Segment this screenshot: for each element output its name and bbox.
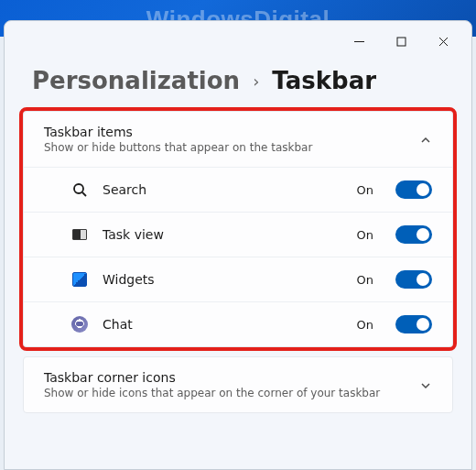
- svg-rect-1: [397, 38, 406, 46]
- task-view-icon: [71, 226, 88, 243]
- row-widgets: Widgets On: [24, 257, 452, 301]
- section-title: Taskbar items: [44, 125, 419, 139]
- row-search: Search On: [24, 167, 452, 212]
- svg-point-4: [74, 184, 83, 193]
- chat-toggle[interactable]: [395, 315, 432, 333]
- chat-icon: [71, 316, 88, 333]
- taskbar-corner-icons-section: Taskbar corner icons Show or hide icons …: [23, 356, 453, 413]
- close-button[interactable]: [422, 27, 464, 56]
- row-label: Widgets: [103, 272, 342, 287]
- row-task-view: Task view On: [24, 212, 452, 257]
- toggle-state-text: On: [357, 318, 373, 332]
- breadcrumb: Personalization › Taskbar: [5, 61, 471, 111]
- chevron-down-icon: [419, 378, 432, 391]
- toggle-state-text: On: [357, 183, 373, 197]
- settings-window: Personalization › Taskbar Taskbar items …: [4, 20, 472, 470]
- section-subtitle: Show or hide buttons that appear on the …: [44, 141, 419, 154]
- chevron-right-icon: ›: [253, 71, 259, 91]
- chevron-up-icon: [419, 133, 432, 146]
- toggle-state-text: On: [357, 273, 373, 287]
- widgets-toggle[interactable]: [395, 270, 432, 289]
- row-label: Search: [103, 182, 342, 197]
- toggle-state-text: On: [357, 228, 373, 242]
- taskbar-corner-icons-header[interactable]: Taskbar corner icons Show or hide icons …: [24, 357, 452, 412]
- window-titlebar: [5, 21, 471, 61]
- task-view-toggle[interactable]: [395, 225, 432, 244]
- section-subtitle: Show or hide icons that appear on the co…: [44, 387, 419, 399]
- row-label: Task view: [103, 227, 342, 242]
- row-label: Chat: [103, 317, 342, 332]
- search-toggle[interactable]: [395, 180, 432, 199]
- breadcrumb-parent[interactable]: Personalization: [32, 67, 240, 94]
- section-title: Taskbar corner icons: [44, 370, 419, 385]
- search-icon: [71, 181, 88, 198]
- taskbar-items-header[interactable]: Taskbar items Show or hide buttons that …: [24, 112, 452, 167]
- row-chat: Chat On: [24, 301, 452, 346]
- minimize-button[interactable]: [338, 27, 380, 56]
- taskbar-items-section: Taskbar items Show or hide buttons that …: [23, 111, 453, 347]
- breadcrumb-current: Taskbar: [272, 67, 376, 94]
- widgets-icon: [71, 271, 88, 288]
- svg-line-5: [82, 192, 86, 196]
- maximize-button[interactable]: [380, 27, 422, 56]
